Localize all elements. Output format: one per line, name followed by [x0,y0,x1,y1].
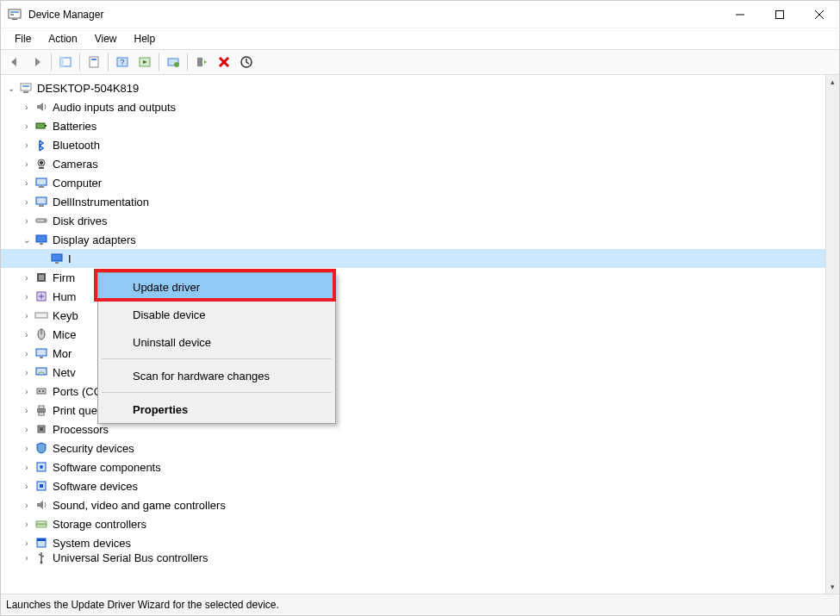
expander-icon[interactable]: › [20,387,34,396]
expander-icon[interactable]: › [20,406,34,415]
svg-rect-63 [36,525,47,527]
toolbar-separator [159,53,159,71]
svg-rect-38 [55,262,59,264]
context-menu-item-uninstall-device[interactable]: Uninstall device [98,328,335,356]
tree-node-label: Audio inputs and outputs [53,101,176,114]
disk-icon [34,214,49,227]
expander-icon[interactable]: › [20,482,34,491]
expander-icon[interactable]: › [20,425,34,434]
menu-action[interactable]: Action [41,31,84,47]
forward-button[interactable] [27,52,47,72]
tree-node-label: Bluetooth [53,139,100,152]
expander-icon[interactable]: › [20,103,34,112]
scan-hardware-button[interactable] [236,52,257,72]
tree-category-23[interactable]: ›Universal Serial Bus controllers [1,552,825,563]
expander-icon[interactable]: › [20,501,34,510]
tree-device-display-child[interactable]: I [1,249,825,268]
expander-icon[interactable]: › [20,121,34,131]
tree-category-4[interactable]: ›Computer [1,173,825,192]
menubar: File Action View Help [1,28,839,49]
tree-node-label: Security devices [53,442,134,455]
uninstall-button[interactable] [191,52,212,72]
tree-node-label: DellInstrumentation [53,196,149,208]
audio-icon [34,498,49,512]
expander-icon[interactable]: › [20,553,34,563]
expander-icon[interactable]: › [20,273,34,283]
expander-icon[interactable]: › [20,349,34,358]
expander-icon[interactable]: › [20,178,34,188]
svg-point-27 [40,161,43,165]
expander-icon[interactable]: › [20,292,34,302]
svg-point-34 [44,220,46,221]
expander-icon[interactable]: ⌄ [4,84,18,93]
scroll-down-button[interactable]: ▾ [826,580,839,594]
tree-category-0[interactable]: ›Audio inputs and outputs [1,97,825,116]
expander-icon[interactable]: › [20,216,34,226]
status-text: Launches the Update Driver Wizard for th… [6,599,279,611]
tree-category-22[interactable]: ›System devices [1,533,825,552]
menu-view[interactable]: View [88,31,124,47]
vertical-scrollbar[interactable]: ▴ ▾ [825,75,839,594]
close-button[interactable] [800,1,839,28]
expander-icon[interactable]: › [20,197,34,207]
cpu-icon [34,422,49,436]
expander-icon[interactable]: › [20,444,34,453]
tree-category-19[interactable]: ›Software devices [1,476,825,495]
context-menu-separator [102,392,332,393]
tree-category-1[interactable]: ›Batteries [1,116,825,135]
tree-node-label: DESKTOP-504K819 [37,82,139,95]
expander-icon[interactable]: › [20,159,34,169]
expander-icon[interactable]: ⌄ [20,235,34,245]
svg-rect-30 [39,186,44,188]
context-menu-separator [102,358,332,359]
tree-category-18[interactable]: ›Software components [1,457,825,476]
menu-file[interactable]: File [8,31,38,47]
tree-node-label: I [68,252,72,265]
menu-help[interactable]: Help [128,31,163,47]
back-button[interactable] [4,52,25,72]
svg-rect-35 [36,235,47,242]
tree-root[interactable]: ⌄DESKTOP-504K819 [1,78,825,97]
tree-node-label: Software devices [53,480,138,493]
tree-category-17[interactable]: ›Security devices [1,439,825,457]
audio-icon [34,100,49,114]
expander-icon[interactable]: › [20,520,34,529]
system-icon [34,536,49,550]
expander-icon[interactable]: › [20,368,34,377]
svg-rect-61 [40,484,43,488]
expander-icon[interactable]: › [20,140,34,150]
svg-point-66 [40,562,43,564]
properties-button[interactable] [84,52,104,72]
svg-text:?: ? [120,58,124,66]
monitor-icon [34,346,49,360]
expander-icon[interactable]: › [20,538,34,548]
context-menu-item-properties[interactable]: Properties [98,395,335,423]
help-button[interactable]: ? [112,52,133,72]
security-icon [34,441,49,455]
svg-rect-57 [40,427,43,431]
tree-category-3[interactable]: ›Cameras [1,154,825,173]
tree-category-5[interactable]: ›DellInstrumentation [1,192,825,211]
tree-category-2[interactable]: ›Bluetooth [1,135,825,154]
expander-icon[interactable]: › [20,311,34,320]
maximize-button[interactable] [760,1,800,28]
disable-button[interactable] [214,52,234,72]
scroll-up-button[interactable]: ▴ [826,75,839,89]
window-title: Device Manager [28,9,720,21]
minimize-button[interactable] [720,1,760,28]
context-menu-item-scan-for-hardware-changes[interactable]: Scan for hardware changes [98,362,335,389]
expander-icon[interactable]: › [20,463,34,472]
svg-rect-17 [197,58,202,66]
tree-category-20[interactable]: ›Sound, video and game controllers [1,495,825,514]
tree-category-7[interactable]: ⌄Display adapters [1,230,825,249]
tree-node-label: Display adapters [53,233,136,246]
show-hide-tree-button[interactable] [55,52,76,72]
update-driver-button[interactable] [163,52,184,72]
expander-icon[interactable]: › [20,330,34,339]
context-menu-item-disable-device[interactable]: Disable device [98,301,335,328]
computer-icon [34,176,49,190]
action-button[interactable] [134,52,155,72]
tree-category-6[interactable]: ›Disk drives [1,211,825,230]
tree-category-21[interactable]: ›Storage controllers [1,514,825,533]
context-menu-item-update-driver[interactable]: Update driver [98,273,335,301]
